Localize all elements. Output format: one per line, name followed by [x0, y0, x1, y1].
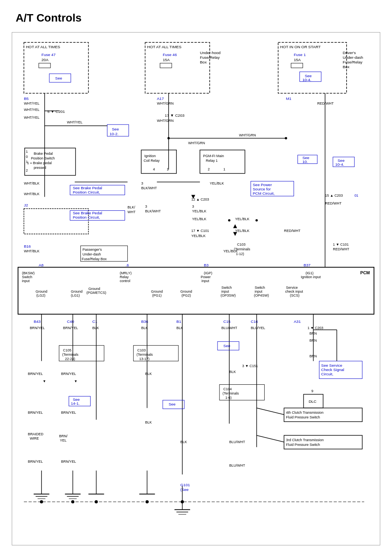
svg-text:12 ▲ C203: 12 ▲ C203	[191, 197, 209, 201]
svg-text:BRN/YEL: BRN/YEL	[28, 411, 43, 415]
svg-text:M1: M1	[286, 96, 292, 101]
svg-text:Check Signal: Check Signal	[321, 368, 344, 372]
svg-text:1 ▼ C203: 1 ▼ C203	[307, 326, 323, 330]
svg-text:▼: ▼	[43, 379, 46, 383]
svg-text:A17: A17	[157, 96, 164, 101]
svg-text:1: 1	[26, 160, 28, 164]
svg-text:WHT: WHT	[127, 210, 136, 214]
page-title: A/T Controls	[0, 0, 392, 28]
svg-text:Ground: Ground	[89, 287, 100, 291]
svg-text:See: See	[112, 127, 119, 131]
svg-point-264	[71, 500, 74, 503]
svg-text:(IG1): (IG1)	[305, 271, 313, 275]
svg-text:YEL: YEL	[60, 438, 67, 442]
svg-text:C105: C105	[63, 348, 71, 352]
svg-point-263	[40, 500, 43, 503]
svg-text:Position Switch: Position Switch	[31, 156, 55, 160]
svg-text:BLK: BLK	[180, 440, 187, 444]
svg-text:(LG2): (LG2)	[36, 293, 45, 297]
svg-text:(LG1): (LG1)	[71, 293, 80, 297]
svg-text:1: 1	[223, 167, 225, 171]
svg-text:Ignition input: Ignition input	[301, 275, 321, 279]
svg-point-260	[256, 219, 258, 221]
svg-text:B5: B5	[24, 96, 29, 101]
svg-rect-19	[291, 63, 303, 68]
svg-text:Fuse/Relay Box: Fuse/Relay Box	[82, 257, 107, 261]
svg-text:.6: .6	[125, 263, 129, 267]
svg-text:BLK/WHT: BLK/WHT	[141, 186, 157, 190]
svg-text:3: 3	[192, 205, 194, 208]
svg-rect-212	[284, 435, 363, 449]
svg-text:3: 3	[141, 181, 143, 185]
svg-text:C103: C103	[137, 348, 145, 352]
svg-text:YEL/BLK: YEL/BLK	[210, 181, 224, 185]
svg-text:3: 3	[145, 205, 147, 208]
svg-text:YEL/BLK: YEL/BLK	[192, 209, 206, 213]
svg-text:input: input	[221, 290, 229, 293]
svg-text:1 = Brake pedal: 1 = Brake pedal	[27, 161, 52, 165]
svg-text:C1: C1	[93, 319, 98, 324]
svg-line-268	[257, 408, 284, 415]
svg-text:WHT/GRN: WHT/GRN	[157, 119, 174, 123]
svg-line-269	[257, 435, 284, 442]
svg-marker-257	[233, 232, 237, 236]
svg-text:Fuse/Relay: Fuse/Relay	[200, 55, 220, 60]
svg-point-267	[181, 500, 184, 503]
svg-text:01: 01	[354, 194, 358, 198]
svg-text:Driver's: Driver's	[343, 51, 356, 55]
svg-text:input: input	[22, 279, 30, 283]
svg-text:BLU/YEL: BLU/YEL	[251, 326, 265, 330]
svg-text:See Power: See Power	[253, 183, 272, 187]
svg-text:RED/WHT: RED/WHT	[333, 247, 349, 251]
svg-text:3rd Clutch Transmission: 3rd Clutch Transmission	[286, 438, 324, 442]
svg-text:WIRE: WIRE	[30, 436, 39, 440]
svg-text:HOT AT ALL TIMES: HOT AT ALL TIMES	[147, 45, 181, 49]
svg-text:9: 9	[311, 389, 313, 393]
svg-text:See: See	[223, 344, 230, 348]
svg-text:Relay 1: Relay 1	[206, 159, 218, 163]
svg-text:C40: C40	[67, 319, 74, 324]
svg-text:A31: A31	[294, 319, 301, 324]
svg-text:BLK: BLK	[93, 326, 99, 330]
svg-text:Fuse 46: Fuse 46	[163, 53, 177, 57]
svg-text:BRN/YEL: BRN/YEL	[61, 411, 76, 415]
svg-text:J2: J2	[24, 203, 28, 207]
svg-text:Source for: Source for	[253, 187, 271, 191]
svg-text:BLU/WHT: BLU/WHT	[229, 463, 245, 467]
svg-rect-11	[160, 63, 172, 68]
svg-text:BRN/YEL: BRN/YEL	[61, 372, 76, 376]
svg-text:2: 2	[208, 167, 210, 171]
svg-text:C104: C104	[223, 387, 232, 391]
svg-text:HOT AT ALL TIMES: HOT AT ALL TIMES	[26, 45, 60, 49]
svg-text:(Terminals: (Terminals	[223, 391, 239, 395]
svg-text:Box: Box	[200, 60, 207, 64]
svg-rect-4	[39, 63, 51, 68]
svg-text:YEL/BLK: YEL/BLK	[192, 217, 206, 221]
svg-text:DLC: DLC	[309, 399, 316, 404]
svg-text:Power: Power	[201, 275, 211, 279]
svg-text:(OP4SW): (OP4SW)	[254, 293, 269, 297]
svg-text:1: 1	[26, 150, 28, 154]
svg-text:0: 0	[26, 155, 28, 159]
svg-text:(BKSW): (BKSW)	[22, 271, 34, 275]
svg-text:Under-hood: Under-hood	[200, 51, 221, 55]
svg-text:B3: B3	[204, 263, 209, 267]
svg-text:Passenger's: Passenger's	[83, 248, 102, 252]
svg-text:BRN/: BRN/	[59, 434, 68, 438]
svg-marker-256	[233, 224, 237, 228]
svg-text:▼: ▼	[74, 379, 78, 383]
svg-text:See: See	[55, 76, 62, 80]
svg-text:WHT/BLK: WHT/BLK	[24, 181, 40, 185]
svg-text:Switch: Switch	[221, 286, 232, 290]
svg-text:BRN/YEL: BRN/YEL	[28, 372, 43, 376]
svg-text:WHT/YEL: WHT/YEL	[67, 120, 83, 124]
svg-text:YEL/BLK: YEL/BLK	[235, 217, 249, 221]
svg-text:BRN/YEL: BRN/YEL	[30, 326, 45, 330]
svg-text:BLK: BLK	[145, 420, 152, 424]
svg-text:2: 2	[26, 168, 28, 172]
svg-text:20A: 20A	[42, 58, 49, 62]
svg-text:Position Circuit,: Position Circuit,	[73, 215, 100, 219]
svg-text:YEL/BLK: YEL/BLK	[191, 234, 205, 238]
svg-point-252	[167, 137, 170, 139]
svg-text:22-24): 22-24)	[65, 357, 75, 361]
